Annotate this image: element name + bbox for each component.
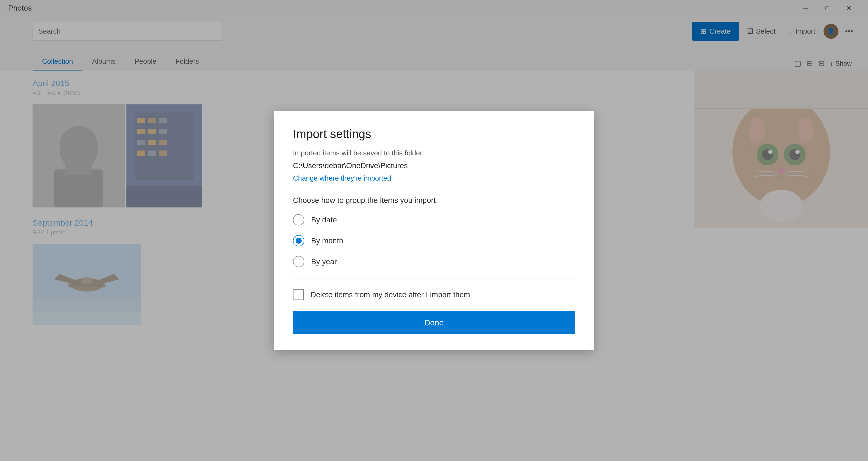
radio-by-year-circle[interactable] xyxy=(293,256,304,267)
radio-by-year-label: By year xyxy=(311,257,337,266)
radio-by-month[interactable]: By month xyxy=(293,235,575,246)
delete-checkbox-row[interactable]: Delete items from my device after I impo… xyxy=(293,289,575,300)
radio-by-date[interactable]: By date xyxy=(293,214,575,226)
radio-by-year[interactable]: By year xyxy=(293,256,575,267)
delete-checkbox-label: Delete items from my device after I impo… xyxy=(311,290,470,299)
done-button[interactable]: Done xyxy=(293,311,575,334)
radio-by-date-label: By date xyxy=(311,216,337,224)
import-path: C:\Users\debar\OneDrive\Pictures xyxy=(293,161,575,170)
radio-by-month-label: By month xyxy=(311,237,343,245)
import-settings-dialog: Import settings Imported items will be s… xyxy=(274,111,594,350)
saved-to-label: Imported items will be saved to this fol… xyxy=(293,149,575,157)
dialog-title: Import settings xyxy=(293,127,575,141)
change-location-link[interactable]: Change where they're imported xyxy=(293,174,391,183)
group-label: Choose how to group the items you import xyxy=(293,196,575,205)
radio-by-month-circle[interactable] xyxy=(293,235,304,246)
radio-by-date-circle[interactable] xyxy=(293,214,304,226)
delete-checkbox[interactable] xyxy=(293,289,304,300)
